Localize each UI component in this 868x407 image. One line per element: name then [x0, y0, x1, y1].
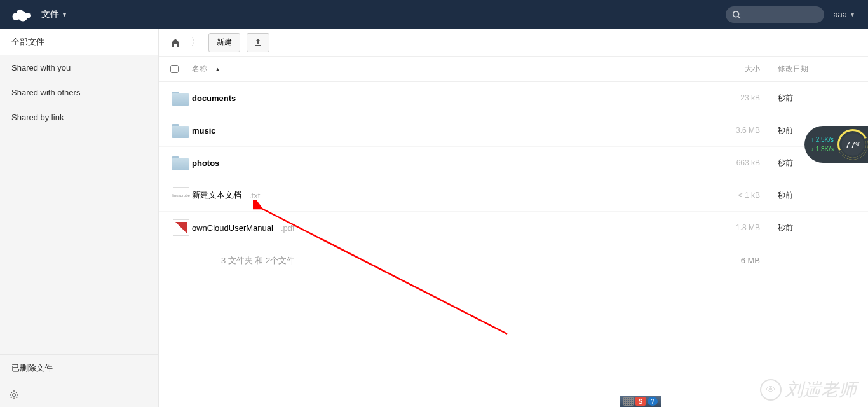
folder-icon	[172, 155, 191, 170]
svg-line-11	[11, 392, 12, 393]
sidebar-item-deleted[interactable]: 已删除文件	[0, 354, 158, 382]
file-row[interactable]: photos 663 kB 秒前	[159, 147, 868, 179]
column-header-name[interactable]: 名称 ▲	[192, 64, 712, 74]
user-menu[interactable]: aaa ▼	[833, 10, 855, 19]
upload-button[interactable]	[247, 33, 269, 52]
sidebar-item-shared-by-link[interactable]: Shared by link	[0, 105, 158, 130]
app-switcher[interactable]: 文件 ▼	[41, 9, 67, 20]
controls-bar: 〉 新建	[159, 29, 868, 57]
sort-ascending-icon: ▲	[215, 66, 220, 72]
taskbar-fragment: S ?	[620, 396, 661, 407]
pdf-file-icon	[173, 219, 189, 236]
keyboard-icon[interactable]	[623, 397, 634, 406]
user-name: aaa	[833, 10, 847, 19]
search-icon	[732, 10, 741, 19]
folder-icon	[172, 123, 191, 138]
help-icon[interactable]: ?	[648, 397, 658, 406]
sidebar-item-all-files[interactable]: 全部文件	[0, 29, 158, 55]
file-row[interactable]: documents 23 kB 秒前	[159, 82, 868, 114]
file-row[interactable]: music 3.6 MB 秒前	[159, 114, 868, 147]
select-all-checkbox[interactable]	[170, 65, 179, 73]
svg-point-3	[25, 13, 31, 18]
home-icon	[170, 38, 180, 48]
sidebar-item-shared-with-others[interactable]: Shared with others	[0, 80, 158, 105]
file-list-header: 名称 ▲ 大小 修改日期	[159, 57, 868, 82]
text-file-icon: linuxprobe	[173, 187, 189, 204]
svg-point-2	[17, 9, 24, 16]
breadcrumb-home[interactable]	[168, 35, 183, 50]
column-header-date[interactable]: 修改日期	[760, 64, 868, 74]
app-name: 文件	[41, 9, 59, 20]
svg-line-5	[738, 16, 741, 18]
watermark: 刘遄老师	[760, 378, 857, 402]
summary-row: 3 文件夹 和 2个文件 6 MB	[159, 244, 868, 277]
svg-line-14	[16, 392, 17, 393]
folder-icon	[172, 90, 191, 106]
watermark-icon	[760, 379, 782, 401]
new-button[interactable]: 新建	[208, 33, 240, 52]
network-speed-widget[interactable]: ↑ 2.5K/s ↓ 1.3K/s 77%	[804, 126, 868, 163]
top-bar: 文件 ▼ aaa ▼	[0, 0, 868, 29]
search-input[interactable]	[726, 6, 824, 23]
download-speed: ↓ 1.3K/s	[811, 146, 834, 153]
upload-icon	[254, 38, 262, 47]
sogou-ime-icon[interactable]: S	[635, 397, 646, 406]
settings-button[interactable]	[0, 382, 158, 407]
svg-line-13	[11, 397, 12, 398]
content-area: 〉 新建 名称 ▲ 大小 修改日期 documents 23 kB 秒前 mus…	[159, 29, 868, 407]
sidebar-item-shared-with-you[interactable]: Shared with you	[0, 55, 158, 80]
column-header-size[interactable]: 大小	[712, 64, 760, 74]
owncloud-logo[interactable]	[0, 7, 41, 22]
file-row[interactable]: linuxprobe 新建文本文档.txt < 1 kB 秒前	[159, 179, 868, 212]
chevron-down-icon: ▼	[850, 11, 855, 18]
svg-point-4	[733, 11, 739, 17]
svg-line-12	[16, 397, 17, 398]
chevron-down-icon: ▼	[62, 11, 67, 18]
sidebar: 全部文件 Shared with you Shared with others …	[0, 29, 159, 407]
upload-speed: ↑ 2.5K/s	[811, 136, 834, 143]
breadcrumb-separator: 〉	[191, 36, 201, 49]
file-row[interactable]: ownCloudUserManual.pdf 1.8 MB 秒前	[159, 212, 868, 244]
speed-gauge: 77%	[837, 129, 868, 160]
svg-point-6	[13, 393, 15, 396]
gear-icon	[9, 390, 19, 400]
